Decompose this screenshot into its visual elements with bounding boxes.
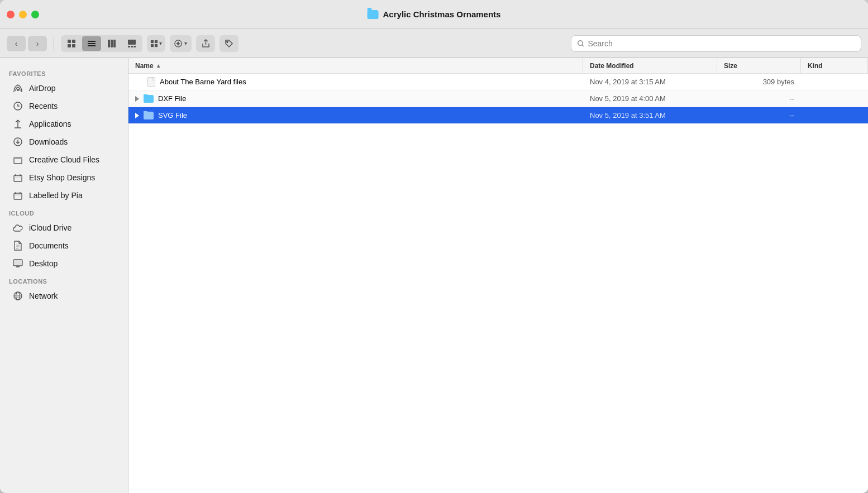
etsy-icon bbox=[12, 172, 23, 183]
sidebar-item-downloads[interactable]: Downloads bbox=[3, 133, 125, 151]
svg-rect-7 bbox=[108, 40, 110, 47]
table-row[interactable]: About The Barne Yard files Nov 4, 2019 a… bbox=[128, 74, 868, 90]
close-button[interactable] bbox=[7, 11, 15, 18]
action-button[interactable]: ▾ bbox=[170, 35, 192, 52]
svg-rect-2 bbox=[68, 44, 71, 47]
view-gallery-button[interactable] bbox=[122, 36, 141, 51]
folder-icon bbox=[144, 95, 154, 103]
svg-rect-38 bbox=[14, 175, 22, 181]
downloads-icon bbox=[12, 136, 23, 147]
forward-button[interactable]: › bbox=[28, 36, 47, 51]
sidebar-item-documents[interactable]: Documents bbox=[3, 237, 125, 255]
search-bar[interactable] bbox=[571, 35, 861, 52]
file-date-cell: Nov 4, 2019 at 3:15 AM bbox=[583, 78, 717, 86]
window-controls bbox=[7, 11, 39, 18]
applications-label: Applications bbox=[29, 119, 71, 128]
group-dropdown-icon: ▾ bbox=[159, 40, 162, 46]
view-icon-button[interactable] bbox=[62, 36, 81, 51]
svg-rect-8 bbox=[111, 40, 113, 47]
recents-label: Recents bbox=[29, 102, 58, 111]
sidebar-item-labelled[interactable]: Labelled by Pia bbox=[3, 186, 125, 204]
file-list: About The Barne Yard files Nov 4, 2019 a… bbox=[128, 74, 868, 493]
empty-area bbox=[128, 124, 868, 403]
title-text: Acrylic Christmas Ornaments bbox=[383, 9, 501, 19]
share-button[interactable] bbox=[196, 35, 215, 52]
sidebar-item-icloud-drive[interactable]: iCloud Drive bbox=[3, 219, 125, 237]
svg-rect-6 bbox=[88, 45, 96, 46]
table-row[interactable]: SVG File Nov 5, 2019 at 3:51 AM -- bbox=[128, 107, 868, 124]
view-buttons bbox=[61, 35, 142, 52]
view-list-button[interactable] bbox=[82, 36, 101, 51]
svg-point-21 bbox=[177, 42, 179, 44]
file-name-cell: DXF File bbox=[128, 94, 583, 103]
sidebar-item-applications[interactable]: Applications bbox=[3, 115, 125, 133]
maximize-button[interactable] bbox=[31, 11, 39, 18]
svg-rect-16 bbox=[151, 44, 154, 46]
minimize-button[interactable] bbox=[19, 11, 27, 18]
documents-icon bbox=[12, 240, 23, 251]
name-column-header[interactable]: Name ▲ bbox=[128, 58, 583, 73]
group-button[interactable]: ▾ bbox=[147, 35, 165, 52]
action-arrow: ▾ bbox=[184, 40, 187, 46]
toolbar: ‹ › bbox=[0, 29, 868, 58]
airdrop-icon bbox=[12, 83, 23, 94]
svg-point-25 bbox=[17, 89, 19, 91]
size-column-header[interactable]: Size bbox=[717, 58, 801, 73]
svg-rect-3 bbox=[72, 44, 75, 47]
column-headers: Name ▲ Date Modified Size Kind bbox=[128, 58, 868, 74]
sidebar-item-airdrop[interactable]: AirDrop bbox=[3, 79, 125, 97]
sidebar-item-creative-cloud[interactable]: Creative Cloud Files bbox=[3, 151, 125, 169]
tag-button[interactable] bbox=[220, 35, 239, 52]
sidebar-item-recents[interactable]: Recents bbox=[3, 97, 125, 115]
table-row[interactable]: DXF File Nov 5, 2019 at 4:00 AM -- bbox=[128, 90, 868, 107]
svg-rect-39 bbox=[14, 193, 22, 199]
sidebar-item-etsy[interactable]: Etsy Shop Designs bbox=[3, 169, 125, 186]
folder-icon bbox=[144, 112, 154, 119]
kind-column-header[interactable]: Kind bbox=[801, 58, 868, 73]
search-input[interactable] bbox=[588, 39, 855, 48]
desktop-label: Desktop bbox=[29, 259, 58, 268]
svg-point-23 bbox=[578, 40, 583, 45]
finder-window: Acrylic Christmas Ornaments ‹ › bbox=[0, 0, 868, 493]
svg-rect-0 bbox=[68, 40, 71, 43]
downloads-label: Downloads bbox=[29, 137, 68, 146]
expand-triangle[interactable] bbox=[135, 96, 139, 102]
svg-rect-13 bbox=[133, 46, 136, 47]
svg-rect-34 bbox=[14, 157, 22, 159]
etsy-label: Etsy Shop Designs bbox=[29, 173, 95, 182]
labelled-icon bbox=[12, 190, 23, 201]
back-button[interactable]: ‹ bbox=[7, 36, 26, 51]
network-icon bbox=[12, 290, 23, 301]
icloud-header: iCloud bbox=[0, 207, 128, 219]
documents-label: Documents bbox=[29, 241, 69, 250]
main-content: Favorites AirDrop bbox=[0, 58, 868, 493]
svg-rect-11 bbox=[128, 46, 130, 47]
svg-rect-14 bbox=[151, 40, 154, 42]
labelled-label: Labelled by Pia bbox=[29, 191, 83, 200]
file-area: Name ▲ Date Modified Size Kind bbox=[128, 58, 868, 493]
network-label: Network bbox=[29, 291, 58, 300]
svg-rect-12 bbox=[131, 46, 133, 47]
file-size-cell: 309 bytes bbox=[717, 78, 801, 86]
toolbar-separator-1 bbox=[54, 37, 54, 50]
window-title: Acrylic Christmas Ornaments bbox=[368, 9, 501, 19]
icloud-drive-icon bbox=[12, 222, 23, 233]
date-column-header[interactable]: Date Modified bbox=[583, 58, 717, 73]
sidebar-item-network[interactable]: Network bbox=[3, 287, 125, 305]
airdrop-label: AirDrop bbox=[29, 84, 55, 93]
title-folder-icon bbox=[368, 10, 379, 19]
sort-arrow: ▲ bbox=[156, 63, 161, 69]
titlebar: Acrylic Christmas Ornaments bbox=[0, 0, 868, 29]
sidebar: Favorites AirDrop bbox=[0, 58, 128, 493]
sidebar-item-desktop[interactable]: Desktop bbox=[3, 255, 125, 272]
locations-header: Locations bbox=[0, 275, 128, 287]
file-date-cell: Nov 5, 2019 at 3:51 AM bbox=[583, 111, 717, 119]
svg-rect-15 bbox=[155, 40, 158, 42]
expand-triangle[interactable] bbox=[135, 113, 139, 118]
creative-cloud-icon bbox=[12, 154, 23, 165]
file-name-cell: SVG File bbox=[128, 111, 583, 119]
svg-rect-10 bbox=[128, 40, 136, 45]
svg-rect-4 bbox=[88, 41, 96, 42]
view-column-button[interactable] bbox=[102, 36, 121, 51]
file-size-cell: -- bbox=[717, 94, 801, 103]
